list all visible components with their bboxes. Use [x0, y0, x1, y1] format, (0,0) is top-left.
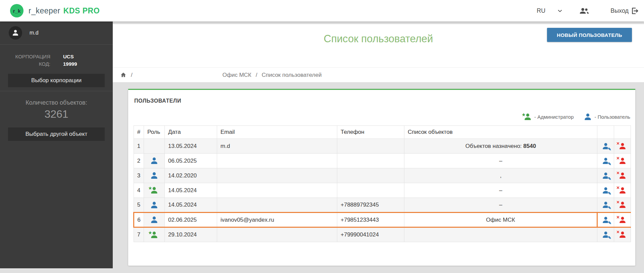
delete-user-button[interactable]: ✕ — [618, 157, 627, 165]
table-row-highlighted: 6 ★ 02.06.2025 ivanov05@yandex.ru +79851… — [134, 213, 631, 227]
language-selector[interactable]: RU — [537, 7, 563, 14]
role-icon: ★ — [150, 231, 158, 239]
delete-user-button[interactable]: ✕ — [618, 186, 627, 195]
code-value: 19999 — [63, 61, 113, 67]
user-objects: – — [404, 198, 597, 213]
choose-other-object-button[interactable]: Выбрать другой объект — [8, 127, 105, 141]
brand-name: r_keeper — [29, 6, 60, 15]
edit-user-button[interactable]: ✎ — [602, 142, 610, 150]
pencil-icon: ✎ — [608, 147, 611, 151]
pencil-icon: ✎ — [608, 192, 611, 196]
logout-button[interactable]: Выход — [610, 7, 639, 15]
table-row: 1 ★ 13.05.2024 m.d Объектов назначено: 8… — [134, 139, 631, 154]
col-email: Email — [217, 126, 337, 139]
sidebar: m.d КОРПОРАЦИЯ UCS КОД: 19999 Выбор корп… — [0, 21, 113, 268]
legend-admin-label: - Администратор — [534, 114, 574, 120]
corporation-value: UCS — [63, 54, 113, 59]
edit-user-button[interactable]: ✎ — [602, 201, 610, 209]
table-header-row: # Роль Дата Email Телефон Список объекто… — [134, 126, 631, 139]
role-icon: ★ — [150, 171, 158, 180]
code-label: КОД: — [0, 61, 50, 67]
edit-cell: ✎ — [597, 213, 614, 227]
user-date: 06.05.2025 — [165, 154, 217, 168]
delete-cell: ✕ — [614, 168, 631, 183]
role-legend: ★ - Администратор ★ - Пользователь — [133, 113, 630, 121]
role-cell: ★ — [144, 198, 165, 213]
brand-product: KDS PRO — [63, 6, 100, 15]
edit-cell: ✎ — [597, 183, 614, 198]
x-icon: ✕ — [616, 186, 620, 190]
table-row: 2 ★ 06.05.2025 – ✎ ✕ — [134, 154, 631, 168]
row-number: 4 — [134, 183, 144, 198]
edit-cell: ✎ — [597, 168, 614, 183]
role-cell: ★ — [144, 183, 165, 198]
table-row: 5 ★ 14.05.2024 +78889792345 – ✎ ✕ — [134, 198, 631, 213]
user-email — [217, 227, 337, 242]
legend-user: ★ - Пользователь — [584, 113, 630, 121]
delete-cell: ✕ — [614, 183, 631, 198]
user-date: 14.05.2024 — [165, 183, 217, 198]
breadcrumb-item-users[interactable]: Список пользователей — [262, 72, 322, 78]
user-phone: +79990041024 — [337, 227, 404, 242]
delete-user-button[interactable]: ✕ — [618, 216, 627, 224]
breadcrumb-home[interactable] — [120, 72, 127, 78]
user-email — [217, 154, 337, 168]
edit-user-button[interactable]: ✎ — [602, 172, 610, 180]
users-menu-button[interactable] — [579, 7, 590, 15]
new-user-button[interactable]: НОВЫЙ ПОЛЬЗОВАТЕЛЬ — [547, 28, 632, 42]
chevron-down-icon — [557, 8, 563, 14]
user-phone: +79851233443 — [337, 213, 404, 227]
logout-label: Выход — [610, 7, 629, 14]
user-date: 13.05.2024 — [165, 139, 217, 154]
row-number: 6 — [134, 213, 144, 227]
main-content: Список пользователей НОВЫЙ ПОЛЬЗОВАТЕЛЬ … — [113, 21, 644, 273]
delete-cell: ✕ — [614, 154, 631, 168]
col-number: # — [134, 126, 144, 139]
topbar-actions: RU Выход — [537, 7, 639, 15]
app-logo-icon: r_k — [10, 4, 23, 17]
delete-user-button[interactable]: ✕ — [618, 231, 627, 239]
edit-user-button[interactable]: ✎ — [602, 157, 610, 165]
corporation-label: КОРПОРАЦИЯ — [0, 54, 50, 59]
row-number: 1 — [134, 139, 144, 154]
role-cell: ★ — [144, 213, 165, 227]
col-delete — [614, 126, 631, 139]
edit-cell: ✎ — [597, 139, 614, 154]
x-icon: ✕ — [616, 215, 620, 219]
x-icon: ✕ — [616, 230, 620, 234]
edit-user-button[interactable]: ✎ — [602, 216, 610, 224]
user-objects — [404, 227, 597, 242]
delete-cell: ✕ — [614, 213, 631, 227]
breadcrumb-separator: / — [256, 72, 257, 78]
table-row: 4 ★ 14.05.2024 – ✎ ✕ — [134, 183, 631, 198]
pencil-icon: ✎ — [608, 236, 611, 240]
choose-corporation-button[interactable]: Выбор корпорации — [8, 74, 105, 87]
edit-user-button[interactable]: ✎ — [602, 186, 610, 195]
pencil-icon: ✎ — [608, 162, 611, 166]
objects-count-label: Количество объектов: — [0, 99, 113, 106]
delete-cell: ✕ — [614, 198, 631, 213]
delete-cell: ✕ — [614, 139, 631, 154]
edit-user-button[interactable]: ✎ — [602, 231, 610, 239]
users-panel: ПОЛЬЗОВАТЕЛИ ★ - Администратор ★ - Польз… — [128, 89, 635, 266]
user-phone — [337, 139, 404, 154]
delete-user-button[interactable]: ✕ — [618, 172, 627, 180]
user-objects: – — [404, 154, 597, 168]
breadcrumb-item-office[interactable]: Офис МСК — [222, 72, 251, 78]
pencil-icon: ✎ — [608, 177, 611, 181]
delete-user-button[interactable]: ✕ — [618, 201, 627, 209]
delete-user-button[interactable]: ✕ — [618, 142, 627, 150]
person-icon — [12, 29, 19, 37]
role-icon: ★ — [150, 157, 158, 165]
user-email: m.d — [217, 139, 337, 154]
logout-icon — [630, 7, 639, 15]
edit-cell: ✎ — [597, 227, 614, 242]
topbar: r_k r_keeper KDS PRO RU Выход — [0, 0, 644, 21]
table-row: 3 ★ 14.02.2020 , ✎ ✕ — [134, 168, 631, 183]
admin-role-icon: ★ — [524, 113, 532, 121]
col-role: Роль — [144, 126, 165, 139]
user-date: 29.10.2024 — [165, 227, 217, 242]
page-header: Список пользователей НОВЫЙ ПОЛЬЗОВАТЕЛЬ … — [113, 24, 644, 82]
col-date: Дата — [165, 126, 217, 139]
user-phone: +78889792345 — [337, 198, 404, 213]
